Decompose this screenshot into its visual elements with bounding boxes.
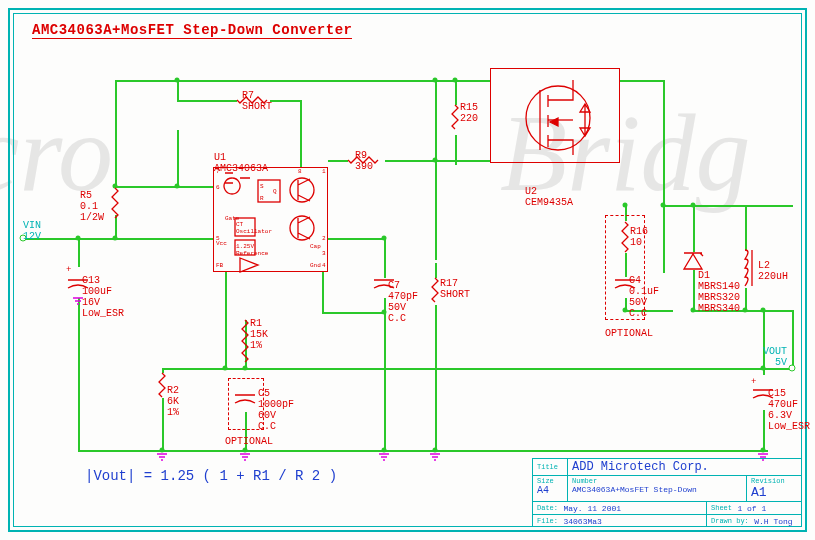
formula: |Vout| = 1.25 ( 1 + R1 / R 2 ) [85,468,337,484]
d1-label: D1MBRS140MBRS320MBRS340 [698,270,740,314]
title-block: Title ADD Microtech Corp. Size A4 Number… [532,458,802,527]
u1-label: U1AMC34063A [214,152,268,174]
optional-label-2: OPTIONAL [225,436,273,447]
mosfet-u2 [490,68,620,163]
schematic-canvas: icro Bridg AMC34063A+MosFET Step-Down Co… [0,0,815,540]
r1-label: R115K1% [250,318,268,351]
l2-label: L2220uH [758,260,788,282]
vout-terminal [789,365,796,372]
c15-label: C15470uF6.3VLow_ESR [768,388,810,432]
r2-label: R26K1% [167,385,179,418]
schematic-title: AMC34063A+MosFET Step-Down Converter [32,22,352,39]
c5-label: C51000pF60VC.C [258,388,294,432]
r9-label: R9390 [355,150,373,172]
r16-label: R1610 [630,226,648,248]
vin-label: VIN12V [23,220,41,242]
c4-label: C40.1uF50VC.C [629,275,659,319]
r7-label: R7SHORT [242,90,272,112]
optional-label-1: OPTIONAL [605,328,653,339]
c7-label: C7470pF50VC.C [388,280,418,324]
c13-label: C13100uF16VLow_ESR [82,275,124,319]
r15-label: R15220 [460,102,478,124]
u2-label: U2CEM9435A [525,186,573,208]
vout-label: VOUT5V [763,346,787,368]
r17-label: R17SHORT [440,278,470,300]
r5-label: R50.11/2W [80,190,104,223]
